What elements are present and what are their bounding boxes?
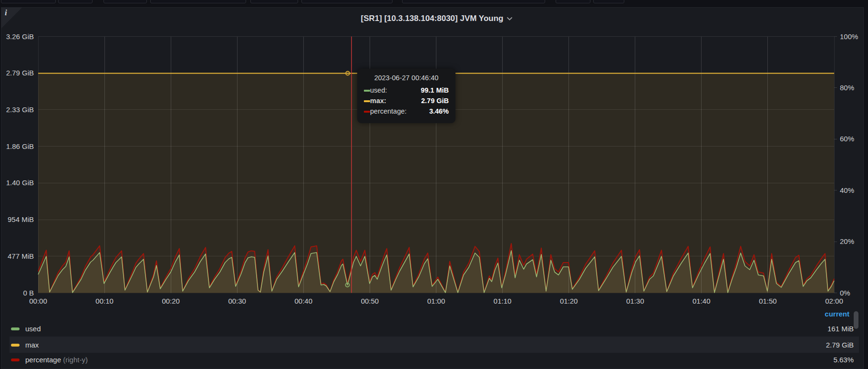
- svg-text:00:50: 00:50: [361, 297, 379, 305]
- svg-text:01:40: 01:40: [692, 297, 711, 305]
- svg-text:40%: 40%: [840, 186, 854, 194]
- svg-text:954 MiB: 954 MiB: [8, 215, 34, 223]
- svg-text:1.40 GiB: 1.40 GiB: [6, 179, 34, 187]
- svg-text:02:00: 02:00: [825, 297, 843, 305]
- svg-text:01:20: 01:20: [560, 297, 578, 305]
- svg-text:3.26 GiB: 3.26 GiB: [6, 32, 34, 41]
- svg-text:1.86 GiB: 1.86 GiB: [6, 142, 34, 150]
- svg-text:00:00: 00:00: [29, 297, 47, 305]
- svg-text:00:30: 00:30: [228, 297, 246, 305]
- svg-text:01:10: 01:10: [494, 297, 512, 305]
- svg-text:00:20: 00:20: [162, 297, 180, 305]
- svg-text:60%: 60%: [840, 135, 854, 143]
- svg-text:100%: 100%: [840, 32, 858, 41]
- svg-text:2.79 GiB: 2.79 GiB: [6, 69, 34, 77]
- svg-text:00:40: 00:40: [295, 297, 313, 305]
- svg-text:2.33 GiB: 2.33 GiB: [6, 105, 34, 114]
- svg-text:477 MiB: 477 MiB: [8, 252, 34, 260]
- svg-text:20%: 20%: [840, 237, 854, 245]
- svg-text:80%: 80%: [840, 84, 854, 92]
- svg-text:01:30: 01:30: [626, 297, 644, 305]
- svg-text:0 B: 0 B: [23, 289, 34, 297]
- svg-text:00:10: 00:10: [95, 297, 114, 305]
- svg-text:01:00: 01:00: [427, 297, 445, 305]
- svg-text:0%: 0%: [840, 289, 850, 297]
- svg-text:01:50: 01:50: [759, 297, 777, 305]
